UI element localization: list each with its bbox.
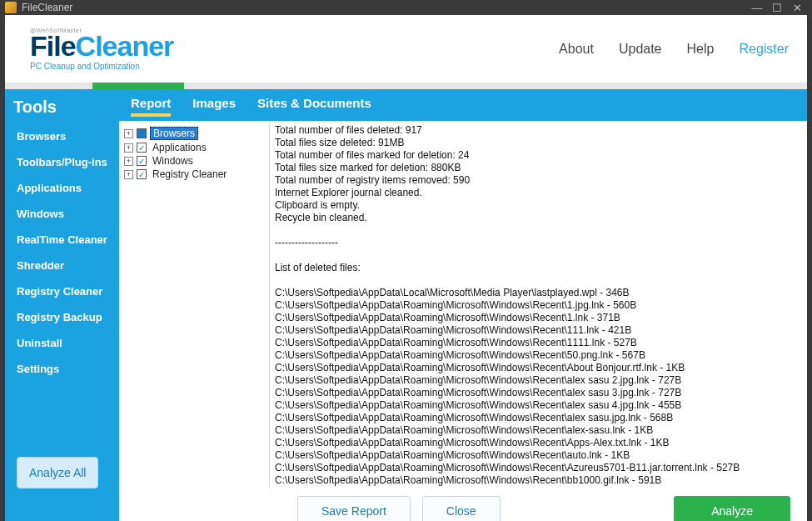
tree-label: Applications — [150, 142, 209, 153]
close-button[interactable]: Close — [422, 496, 501, 521]
sidebar-item-registry-backup[interactable]: Registry Backup — [5, 304, 119, 330]
tree-node-browsers[interactable]: + Browsers — [122, 126, 266, 141]
sidebar-items: Browsers Toolbars/Plug-ins Applications … — [5, 123, 119, 382]
window-title: FileCleaner — [22, 2, 72, 13]
expand-icon[interactable]: + — [124, 157, 133, 166]
checkbox-icon[interactable]: ✓ — [137, 143, 147, 153]
sidebar-item-settings[interactable]: Settings — [5, 356, 119, 382]
logo-text: FileCleaner — [30, 32, 173, 60]
nav-help[interactable]: Help — [687, 42, 715, 57]
sidebar-item-toolbars[interactable]: Toolbars/Plug-ins — [5, 149, 119, 175]
maximize-button[interactable]: ☐ — [767, 0, 787, 15]
footer-buttons: Save Report Close Analyze — [119, 488, 807, 521]
tree-pane: + Browsers + ✓ Applications + ✓ Win — [119, 121, 269, 488]
analyze-button[interactable]: Analyze — [674, 496, 790, 521]
sidebar-item-applications[interactable]: Applications — [5, 175, 119, 201]
app-icon — [5, 2, 17, 13]
sidebar-item-windows[interactable]: Windows — [5, 201, 119, 227]
tree-label: Registry Cleaner — [150, 168, 229, 180]
tree-label: Windows — [150, 155, 196, 167]
tree-node-windows[interactable]: + ✓ Windows — [122, 154, 266, 168]
logo-part1: File — [30, 30, 76, 62]
minimize-button[interactable]: — — [747, 0, 767, 15]
content-column: Report Images Sites & Documents + Browse… — [119, 89, 807, 521]
sidebar-item-browsers[interactable]: Browsers — [5, 123, 119, 149]
app-window: FileCleaner — ☐ ✕ @WebSoftMaster FileCle… — [0, 0, 812, 521]
nav-register[interactable]: Register — [739, 42, 789, 57]
sidebar-item-uninstall[interactable]: Uninstall — [5, 330, 119, 356]
sidebar-item-shredder[interactable]: Shredder — [5, 253, 119, 278]
sidebar: Tools Browsers Toolbars/Plug-ins Applica… — [5, 89, 119, 521]
app-frame: @WebSoftMaster FileCleaner PC Cleanup an… — [5, 15, 807, 521]
tree-label: Browsers — [150, 127, 198, 140]
titlebar: FileCleaner — ☐ ✕ — [0, 0, 812, 15]
tabs-bar: Report Images Sites & Documents — [119, 89, 807, 121]
main-row: Tools Browsers Toolbars/Plug-ins Applica… — [5, 89, 807, 521]
workspace: + Browsers + ✓ Applications + ✓ Win — [119, 121, 807, 488]
checkbox-icon[interactable]: ✓ — [137, 156, 147, 166]
expand-icon[interactable]: + — [124, 129, 133, 138]
analyze-all-button[interactable]: Analyze All — [17, 457, 98, 488]
save-report-button[interactable]: Save Report — [297, 496, 411, 521]
tree-node-registry[interactable]: + ✓ Registry Cleaner — [122, 168, 266, 181]
logo: @WebSoftMaster FileCleaner PC Cleanup an… — [30, 28, 173, 71]
tab-report[interactable]: Report — [131, 96, 171, 115]
tab-images[interactable]: Images — [192, 96, 236, 115]
nav-about[interactable]: About — [559, 42, 594, 57]
sidebar-title: Tools — [5, 89, 119, 123]
active-indicator — [92, 83, 184, 89]
tree-node-applications[interactable]: + ✓ Applications — [122, 141, 266, 154]
header-separator — [5, 83, 807, 89]
logo-subtitle: PC Cleanup and Optimization — [30, 62, 173, 71]
header: @WebSoftMaster FileCleaner PC Cleanup an… — [5, 15, 807, 83]
header-nav: About Update Help Register — [559, 42, 789, 57]
report-text[interactable]: Total number of files deleted: 917 Total… — [269, 123, 804, 488]
expand-icon[interactable]: + — [124, 170, 133, 179]
logo-part2: Cleaner — [76, 30, 174, 62]
close-window-button[interactable]: ✕ — [787, 0, 807, 15]
expand-icon[interactable]: + — [124, 143, 133, 153]
tab-sites-documents[interactable]: Sites & Documents — [257, 96, 371, 115]
checkbox-partial-icon[interactable] — [137, 128, 147, 138]
checkbox-icon[interactable]: ✓ — [137, 169, 147, 179]
nav-update[interactable]: Update — [619, 42, 662, 57]
sidebar-item-realtime[interactable]: RealTime Cleaner — [5, 227, 119, 253]
sidebar-item-registry-cleaner[interactable]: Registry Cleaner — [5, 278, 119, 304]
report-panel: Total number of files deleted: 917 Total… — [269, 121, 807, 488]
